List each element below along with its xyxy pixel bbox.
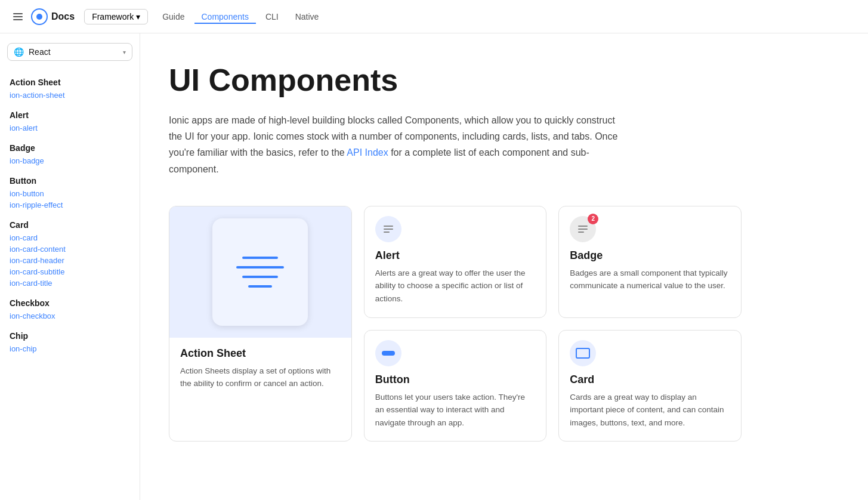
sidebar-section-checkbox: Checkbox ion-checkbox xyxy=(0,291,140,324)
button-rect-icon xyxy=(382,351,395,356)
card-image-area xyxy=(169,206,351,338)
sidebar-section-title: Card xyxy=(10,220,130,230)
badge-number: 2 xyxy=(588,214,598,224)
sidebar-section-action-sheet: Action Sheet ion-action-sheet xyxy=(0,70,140,103)
card-icon-circle xyxy=(570,340,596,366)
page-description: Ionic apps are made of high-level buildi… xyxy=(169,112,622,177)
sidebar-link-ion-card-title[interactable]: ion-card-title xyxy=(10,277,130,289)
framework-selector-label: React xyxy=(29,47,51,57)
badge-lines-icon xyxy=(578,226,588,233)
logo[interactable]: Docs xyxy=(31,8,75,25)
sidebar-section-title: Checkbox xyxy=(10,298,130,308)
sidebar-link-ion-card-content[interactable]: ion-card-content xyxy=(10,243,130,255)
sidebar-section-chip: Chip ion-chip xyxy=(0,324,140,357)
button-icon-circle xyxy=(375,340,401,366)
sidebar-link-ion-ripple-effect[interactable]: ion-ripple-effect xyxy=(10,199,130,211)
card-description: Buttons let your users take action. They… xyxy=(375,391,536,430)
sidebar-link-ion-checkbox[interactable]: ion-checkbox xyxy=(10,310,130,322)
sidebar-link-ion-button[interactable]: ion-button xyxy=(10,188,130,199)
framework-selector[interactable]: 🌐 React ▾ xyxy=(7,43,132,61)
phone-mockup xyxy=(212,218,308,326)
sidebar-link-ion-alert[interactable]: ion-alert xyxy=(10,122,130,134)
sidebar-section-button: Button ion-button ion-ripple-effect xyxy=(0,169,140,213)
card-title: Button xyxy=(375,374,536,386)
sidebar-link-ion-card-header[interactable]: ion-card-header xyxy=(10,255,130,266)
card-body: Button Buttons let your users take actio… xyxy=(365,331,546,442)
sidebar-section-title: Action Sheet xyxy=(10,78,130,87)
nav-link-cli[interactable]: CLI xyxy=(258,10,286,24)
hamburger-menu-button[interactable] xyxy=(10,8,26,25)
card-rect-icon xyxy=(576,348,590,359)
nav-link-components[interactable]: Components xyxy=(194,10,256,24)
card-body: 2 Badge Badges are a small component tha… xyxy=(559,206,741,304)
top-navigation: Docs Framework ▾ Guide Components CLI Na… xyxy=(0,0,868,33)
card-description: Badges are a small component that typica… xyxy=(570,267,730,292)
body-layout: 🌐 React ▾ Action Sheet ion-action-sheet … xyxy=(0,33,868,500)
component-card-button[interactable]: Button Buttons let your users take actio… xyxy=(364,330,547,442)
card-body: Action Sheet Action Sheets display a set… xyxy=(169,338,351,402)
card-icon-wrap: 2 xyxy=(570,216,730,242)
sidebar-link-ion-chip[interactable]: ion-chip xyxy=(10,343,130,354)
component-card-action-sheet[interactable]: Action Sheet Action Sheets display a set… xyxy=(169,206,352,442)
alert-icon-circle xyxy=(375,216,401,242)
main-content: UI Components Ionic apps are made of hig… xyxy=(140,33,868,500)
sidebar-section-title: Badge xyxy=(10,143,130,153)
logo-icon xyxy=(31,8,48,25)
component-card-card[interactable]: Card Cards are a great way to display an… xyxy=(558,330,742,442)
card-body: Alert Alerts are a great way to offer th… xyxy=(365,206,546,317)
chevron-down-icon: ▾ xyxy=(136,12,140,21)
sidebar-link-ion-card[interactable]: ion-card xyxy=(10,232,130,243)
card-icon-wrap xyxy=(375,216,536,242)
sidebar-section-alert: Alert ion-alert xyxy=(0,103,140,136)
sidebar-link-ion-card-subtitle[interactable]: ion-card-subtitle xyxy=(10,266,130,277)
sidebar-section-title: Chip xyxy=(10,331,130,341)
framework-dropdown-button[interactable]: Framework ▾ xyxy=(84,9,148,24)
component-card-alert[interactable]: Alert Alerts are a great way to offer th… xyxy=(364,206,547,318)
card-title: Action Sheet xyxy=(180,347,341,360)
card-title: Card xyxy=(570,374,730,386)
phone-line xyxy=(248,285,272,288)
phone-line xyxy=(242,257,278,259)
logo-text: Docs xyxy=(51,11,75,22)
nav-link-guide[interactable]: Guide xyxy=(155,10,191,24)
card-description: Action Sheets display a set of options w… xyxy=(180,365,341,390)
phone-line xyxy=(242,276,278,278)
components-grid: Action Sheet Action Sheets display a set… xyxy=(169,206,742,442)
nav-link-native[interactable]: Native xyxy=(288,10,326,24)
component-card-badge[interactable]: 2 Badge Badges are a small component tha… xyxy=(558,206,742,318)
card-title: Badge xyxy=(570,249,730,262)
phone-line xyxy=(236,266,284,268)
api-index-link[interactable]: API Index xyxy=(347,147,388,158)
chevron-down-icon: ▾ xyxy=(123,49,126,55)
card-body: Card Cards are a great way to display an… xyxy=(559,331,741,442)
nav-links: Guide Components CLI Native xyxy=(155,10,326,24)
sidebar-link-ion-badge[interactable]: ion-badge xyxy=(10,155,130,166)
card-icon-wrap xyxy=(375,340,536,366)
page-title: UI Components xyxy=(169,62,830,98)
sidebar-link-ion-action-sheet[interactable]: ion-action-sheet xyxy=(10,89,130,101)
card-description: Cards are a great way to display an impo… xyxy=(570,391,730,430)
sidebar-section-title: Button xyxy=(10,176,130,186)
card-icon-wrap xyxy=(570,340,730,366)
card-title: Alert xyxy=(375,249,536,262)
globe-icon: 🌐 xyxy=(14,47,24,57)
card-description: Alerts are a great way to offer the user… xyxy=(375,267,536,305)
sidebar: 🌐 React ▾ Action Sheet ion-action-sheet … xyxy=(0,33,140,500)
badge-icon-circle: 2 xyxy=(570,216,596,242)
sidebar-section-badge: Badge ion-badge xyxy=(0,136,140,169)
sidebar-section-title: Alert xyxy=(10,110,130,120)
sidebar-section-card: Card ion-card ion-card-content ion-card-… xyxy=(0,213,140,291)
alert-lines-icon xyxy=(384,226,393,233)
